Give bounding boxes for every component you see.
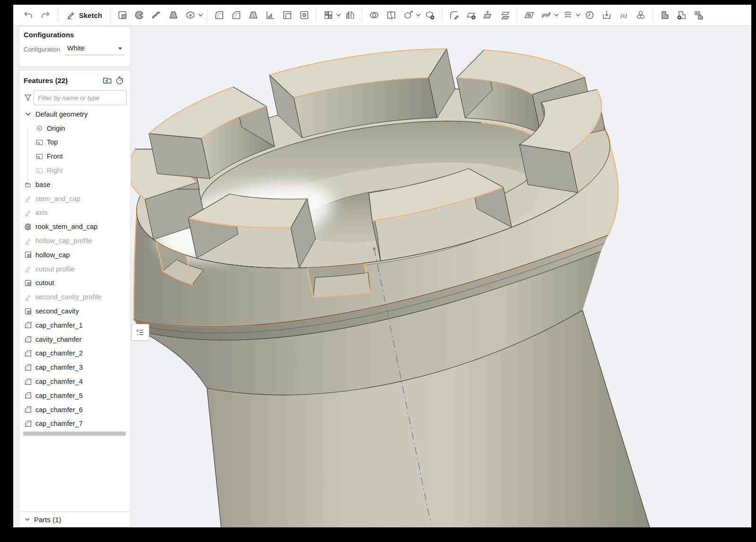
- toolbar-sketch-button[interactable]: Sketch: [61, 10, 107, 20]
- toolbar-helix-button[interactable]: [559, 7, 576, 24]
- feature-item-cap-chamfer-7[interactable]: cap_chamfer_7: [19, 417, 130, 431]
- toolbar-sweep-button[interactable]: [148, 7, 165, 24]
- chamfer-icon: [23, 363, 33, 372]
- toolbar-divider: [517, 8, 517, 22]
- configuration-label: Configuration: [24, 46, 65, 53]
- features-flyout-button[interactable]: [131, 324, 149, 341]
- toolbar-variable-button[interactable]: [615, 7, 632, 24]
- features-title: Features (22): [24, 76, 101, 85]
- feature-item-rook-stem-and-cap[interactable]: rook_stem_and_cap: [19, 220, 130, 234]
- toolbar-linear-pattern-button[interactable]: [320, 7, 337, 24]
- toolbar-surface-button[interactable]: [538, 7, 555, 24]
- toolbar-undo-button[interactable]: [20, 7, 37, 24]
- toolbar-rib-button[interactable]: [262, 7, 279, 24]
- chamfer-icon: [23, 419, 33, 428]
- toolbar-divider: [316, 8, 317, 22]
- configuration-select[interactable]: White: [65, 43, 125, 55]
- feature-item-cap-chamfer-3[interactable]: cap_chamfer_3: [19, 360, 130, 374]
- sketch-icon: [23, 264, 33, 274]
- toolbar-thicken-chevron[interactable]: [197, 7, 204, 24]
- toolbar-sphere-button[interactable]: [581, 7, 598, 24]
- toolbar-redo-button[interactable]: [37, 7, 54, 24]
- sketch-icon: [23, 236, 33, 246]
- toolbar-fillet-button[interactable]: [211, 7, 228, 24]
- toolbar-bom-button[interactable]: [690, 7, 707, 24]
- parts-section-header[interactable]: Parts (1): [19, 511, 130, 527]
- filter-icon: [22, 93, 34, 102]
- toolbar-shell-button[interactable]: [279, 7, 296, 24]
- features-panel: Features (22) Default geometryOriginTopF…: [19, 70, 131, 527]
- toolbar-linear-pattern-chevron[interactable]: [335, 7, 342, 24]
- toolbar-divider: [442, 8, 442, 22]
- feature-item-cutout[interactable]: cutout: [19, 276, 130, 290]
- toolbar-plane-button[interactable]: [521, 7, 538, 24]
- feature-item-cavity-chamfer[interactable]: cavity_chamfer: [19, 332, 130, 347]
- feature-item-second-cavity[interactable]: second_cavity: [19, 304, 130, 318]
- feature-item-second-cavity-profile[interactable]: second_cavity_profile: [19, 290, 130, 304]
- chamfer-icon: [23, 377, 33, 386]
- feature-item-cap-chamfer-1[interactable]: cap_chamfer_1: [19, 318, 130, 332]
- extrude-icon: [23, 250, 33, 260]
- toolbar-thicken-button[interactable]: [182, 7, 199, 24]
- toolbar-revolve-button[interactable]: [131, 7, 148, 24]
- toolbar-import-button[interactable]: [598, 7, 615, 24]
- toolbar-delete-body-button[interactable]: [673, 7, 690, 24]
- feature-item-cap-chamfer-2[interactable]: cap_chamfer_2: [19, 347, 130, 361]
- feature-item-axis[interactable]: axis: [19, 206, 130, 220]
- feature-item-base[interactable]: base: [19, 178, 130, 192]
- toolbar-divider: [110, 8, 111, 22]
- extrude-icon: [23, 306, 33, 316]
- feature-item-origin[interactable]: Origin: [19, 121, 130, 136]
- chamfer-icon: [23, 348, 33, 358]
- toolbar-chamfer-button[interactable]: [228, 7, 245, 24]
- toolbar-divider: [207, 8, 207, 22]
- toolbar-draft-button[interactable]: [245, 7, 262, 24]
- horizontal-scrollbar[interactable]: [23, 432, 126, 436]
- tree-guide-line: [27, 128, 28, 191]
- feature-item-front[interactable]: Front: [19, 149, 130, 163]
- toolbar-instances-button[interactable]: [632, 7, 649, 24]
- origin-icon: [34, 124, 44, 133]
- toolbar-part-studio-button[interactable]: [656, 7, 673, 24]
- feature-group-default-geometry[interactable]: Default geometry: [19, 107, 130, 121]
- toolbar-divider: [57, 8, 58, 22]
- configurations-title: Configurations: [19, 26, 130, 39]
- feature-item-hollow-cap[interactable]: hollow_cap: [19, 248, 130, 262]
- feature-item-cutout-profile[interactable]: cutout profile: [19, 262, 130, 276]
- toolbar-move-face-button[interactable]: [480, 7, 497, 24]
- planeitem-icon: [34, 166, 44, 175]
- chamfer-icon: [23, 335, 33, 344]
- feature-item-cap-chamfer-4[interactable]: cap_chamfer_4: [19, 374, 130, 389]
- filter-input[interactable]: [34, 90, 127, 105]
- feature-item-cap-chamfer-6[interactable]: cap_chamfer_6: [19, 403, 130, 417]
- toolbar-replace-face-button[interactable]: [497, 7, 514, 24]
- toolbar-transform-chevron[interactable]: [415, 7, 421, 24]
- toolbar-helix-chevron[interactable]: [575, 7, 581, 24]
- feature-item-cap-chamfer-5[interactable]: cap_chamfer_5: [19, 389, 130, 403]
- toolbar-transform-button[interactable]: [400, 7, 417, 24]
- toolbar-delete-face-button[interactable]: [463, 7, 480, 24]
- feature-item-stem-and-cap[interactable]: stem_and_cap: [19, 192, 130, 206]
- sketch-icon: [23, 194, 33, 203]
- sketch-icon: [23, 292, 33, 302]
- sketch-icon: [23, 208, 33, 217]
- toolbar-modify-fillet-button[interactable]: [446, 7, 463, 24]
- chevron-down-icon: [118, 44, 123, 52]
- feature-item-right[interactable]: Right: [19, 163, 130, 178]
- insert-folder-button[interactable]: [101, 75, 113, 85]
- toolbar-surface-chevron[interactable]: [553, 7, 559, 24]
- feature-item-hollow-cap-profile[interactable]: hollow_cap_profile: [19, 234, 130, 248]
- toolbar-loft-button[interactable]: [165, 7, 182, 24]
- toolbar-boolean-button[interactable]: [366, 7, 383, 24]
- feature-toolbar: Sketch: [13, 5, 751, 26]
- toolbar-delete-part-button[interactable]: [421, 7, 438, 24]
- toolbar-extrude-button[interactable]: [114, 7, 131, 24]
- planeitem-icon: [34, 152, 44, 161]
- toolbar-hole-button[interactable]: [296, 7, 313, 24]
- toolbar-mirror-button[interactable]: [342, 7, 359, 24]
- rollback-timer-button[interactable]: [113, 75, 126, 85]
- feature-item-top[interactable]: Top: [19, 136, 130, 150]
- toolbar-divider: [362, 8, 362, 22]
- toolbar-split-button[interactable]: [383, 7, 400, 24]
- planeitem-icon: [34, 137, 44, 147]
